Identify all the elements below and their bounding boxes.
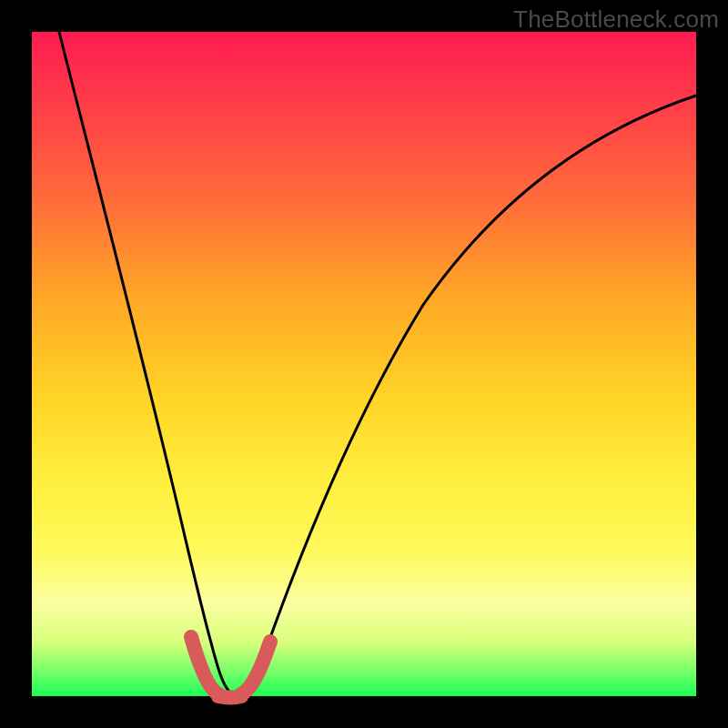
highlight-valley (191, 637, 270, 698)
chart-stage: TheBottleneck.com (0, 0, 728, 728)
bottleneck-curve (59, 32, 696, 696)
watermark: TheBottleneck.com (513, 5, 719, 34)
curve-layer (32, 32, 696, 696)
